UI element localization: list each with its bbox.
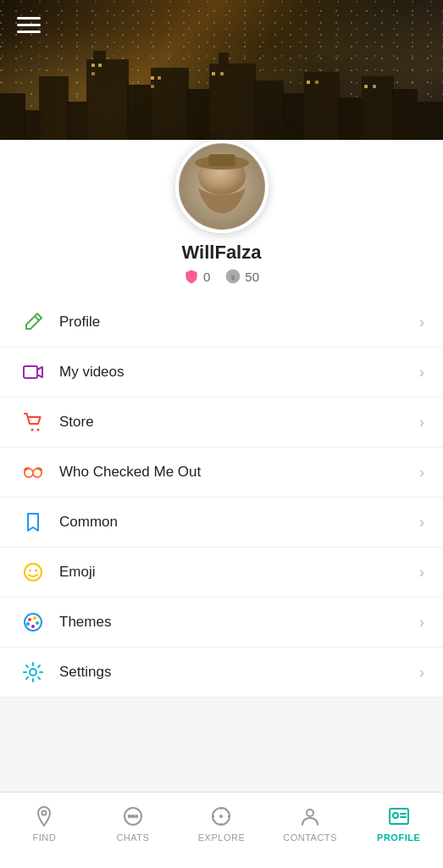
svg-rect-22 bbox=[158, 76, 161, 80]
svg-point-56 bbox=[136, 815, 137, 817]
menu-label-settings: Settings bbox=[59, 664, 419, 681]
video-icon bbox=[22, 361, 44, 383]
svg-text:$: $ bbox=[231, 274, 235, 281]
svg-point-49 bbox=[31, 625, 35, 628]
svg-rect-10 bbox=[219, 53, 229, 66]
svg-point-43 bbox=[29, 570, 31, 572]
compass-icon bbox=[209, 804, 233, 828]
nav-label-chats: CHATS bbox=[116, 832, 149, 843]
chevron-my-videos: › bbox=[419, 364, 424, 381]
nav-item-find[interactable]: FIND bbox=[0, 801, 89, 843]
bottom-navigation: FIND CHATS EXPLORE bbox=[0, 792, 443, 868]
svg-point-54 bbox=[129, 815, 130, 817]
svg-marker-37 bbox=[37, 367, 42, 377]
chevron-store: › bbox=[419, 414, 424, 431]
menu-icon-common bbox=[19, 511, 47, 533]
svg-rect-24 bbox=[212, 72, 215, 75]
svg-rect-25 bbox=[220, 72, 224, 75]
menu-item-profile[interactable]: Profile › bbox=[0, 298, 443, 348]
palette-icon bbox=[22, 611, 44, 633]
menu-list: Profile › My videos › Store › bbox=[0, 298, 443, 698]
menu-label-profile: Profile bbox=[59, 314, 419, 331]
nav-item-chats[interactable]: CHATS bbox=[89, 801, 178, 843]
svg-rect-29 bbox=[373, 85, 376, 88]
bookmark-icon bbox=[22, 511, 44, 533]
svg-point-55 bbox=[132, 815, 134, 817]
svg-point-39 bbox=[37, 429, 40, 431]
menu-label-who-checked: Who Checked Me Out bbox=[59, 464, 419, 481]
coin-icon: $ bbox=[225, 269, 241, 284]
emoji-icon bbox=[22, 561, 44, 583]
menu-label-my-videos: My videos bbox=[59, 364, 419, 381]
svg-rect-5 bbox=[93, 51, 106, 64]
settings-icon bbox=[22, 661, 44, 683]
svg-point-42 bbox=[25, 564, 42, 581]
menu-icon-themes bbox=[19, 611, 47, 633]
svg-point-50 bbox=[26, 622, 30, 626]
svg-rect-27 bbox=[315, 81, 318, 84]
svg-rect-36 bbox=[24, 366, 37, 378]
username: WillFalza bbox=[182, 242, 262, 264]
menu-icon-emoji bbox=[19, 561, 47, 583]
svg-rect-19 bbox=[98, 64, 102, 67]
menu-item-emoji[interactable]: Emoji › bbox=[0, 548, 443, 598]
nav-label-find: FIND bbox=[32, 832, 56, 843]
nav-item-contacts[interactable]: CONTACTS bbox=[266, 801, 355, 843]
shield-icon bbox=[184, 269, 199, 284]
hamburger-line-2 bbox=[17, 24, 41, 26]
svg-point-61 bbox=[393, 813, 398, 818]
svg-rect-23 bbox=[151, 85, 154, 88]
city-skyline bbox=[0, 42, 443, 153]
cart-icon bbox=[22, 411, 44, 433]
chevron-common: › bbox=[419, 514, 424, 531]
svg-point-41 bbox=[33, 469, 42, 477]
profile-card-icon bbox=[387, 804, 411, 828]
nav-item-explore[interactable]: EXPLORE bbox=[177, 801, 266, 843]
chevron-who-checked: › bbox=[419, 464, 424, 481]
svg-rect-18 bbox=[91, 64, 95, 67]
menu-icon-my-videos bbox=[19, 361, 47, 383]
menu-item-themes[interactable]: Themes › bbox=[0, 598, 443, 648]
pencil-icon bbox=[22, 311, 44, 333]
svg-point-58 bbox=[219, 815, 223, 818]
person-icon bbox=[298, 804, 322, 828]
svg-point-40 bbox=[25, 469, 33, 477]
menu-item-my-videos[interactable]: My videos › bbox=[0, 348, 443, 398]
menu-item-store[interactable]: Store › bbox=[0, 398, 443, 448]
hamburger-menu-button[interactable] bbox=[17, 17, 41, 33]
svg-rect-28 bbox=[364, 85, 368, 88]
nav-label-contacts: CONTACTS bbox=[283, 832, 337, 843]
svg-point-38 bbox=[31, 429, 34, 431]
hamburger-line-1 bbox=[17, 17, 41, 19]
svg-point-48 bbox=[36, 621, 39, 625]
shield-stat: 0 bbox=[184, 269, 210, 284]
menu-label-themes: Themes bbox=[59, 614, 419, 631]
menu-icon-settings bbox=[19, 661, 47, 683]
menu-icon-profile bbox=[19, 311, 47, 333]
svg-point-52 bbox=[42, 811, 47, 815]
chevron-profile: › bbox=[419, 314, 424, 331]
menu-icon-who-checked bbox=[19, 461, 47, 483]
avatar[interactable] bbox=[175, 140, 269, 233]
svg-rect-20 bbox=[91, 72, 95, 75]
svg-point-46 bbox=[28, 618, 31, 621]
nav-item-profile-tab[interactable]: PROFILE bbox=[354, 801, 443, 843]
location-icon bbox=[32, 804, 56, 828]
menu-label-store: Store bbox=[59, 414, 419, 431]
chat-icon bbox=[121, 804, 145, 828]
menu-icon-store bbox=[19, 411, 47, 433]
avatar-section: WillFalza 0 $ 50 bbox=[0, 140, 443, 298]
menu-item-settings[interactable]: Settings › bbox=[0, 648, 443, 698]
nav-label-explore: EXPLORE bbox=[198, 832, 245, 843]
svg-point-59 bbox=[307, 810, 313, 816]
menu-item-who-checked[interactable]: Who Checked Me Out › bbox=[0, 448, 443, 498]
menu-label-common: Common bbox=[59, 514, 419, 531]
svg-point-44 bbox=[35, 570, 37, 572]
menu-item-common[interactable]: Common › bbox=[0, 498, 443, 548]
svg-point-47 bbox=[33, 616, 36, 620]
svg-rect-33 bbox=[208, 154, 235, 166]
chevron-settings: › bbox=[419, 664, 424, 682]
stats-row: 0 $ 50 bbox=[184, 269, 259, 284]
chevron-themes: › bbox=[419, 614, 424, 632]
glasses-icon bbox=[22, 461, 44, 483]
